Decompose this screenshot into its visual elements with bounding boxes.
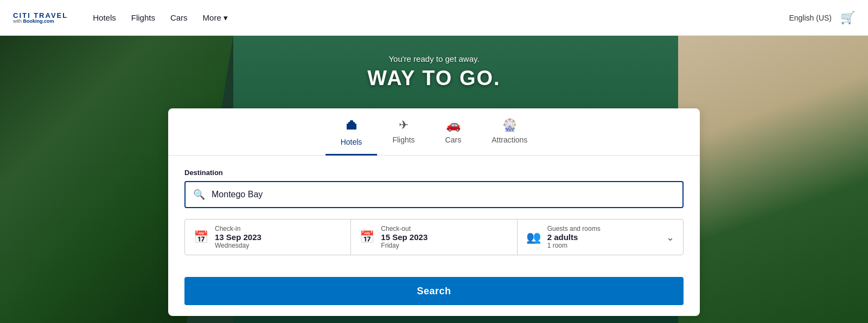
destination-label: Destination bbox=[184, 169, 684, 177]
hero-text: You're ready to get away. WAY TO GO. bbox=[0, 54, 868, 90]
search-tabs: Hotels ✈ Flights 🚗 Cars 🎡 Attractions bbox=[168, 108, 700, 156]
checkin-date: 13 Sep 2023 bbox=[215, 232, 261, 242]
svg-rect-3 bbox=[350, 126, 353, 130]
nav-links: Hotels Flights Cars More ▾ bbox=[85, 9, 235, 27]
logo: CITI TRAVEL with Booking.com bbox=[13, 12, 68, 24]
tab-hotels[interactable]: Hotels bbox=[326, 108, 378, 156]
destination-input-wrap: 🔍 bbox=[184, 181, 684, 208]
flight-icon: ✈ bbox=[399, 118, 409, 132]
language-selector[interactable]: English (US) bbox=[789, 14, 832, 22]
checkin-field[interactable]: 📅 Check-in 13 Sep 2023 Wednesday bbox=[185, 219, 351, 255]
checkin-label: Check-in bbox=[215, 225, 261, 232]
nav-flights[interactable]: Flights bbox=[124, 9, 163, 27]
tab-flights-label: Flights bbox=[392, 135, 414, 144]
attractions-icon: 🎡 bbox=[502, 118, 517, 132]
hotel-icon bbox=[345, 118, 358, 134]
checkout-text: Check-out 15 Sep 2023 Friday bbox=[381, 225, 427, 249]
checkout-date: 15 Sep 2023 bbox=[381, 232, 427, 242]
guests-expand-icon: ⌄ bbox=[666, 231, 674, 243]
guests-label: Guests and rooms bbox=[547, 225, 601, 232]
checkout-field[interactable]: 📅 Check-out 15 Sep 2023 Friday bbox=[351, 219, 517, 255]
guests-text: Guests and rooms 2 adults 1 room bbox=[547, 225, 601, 249]
destination-row: Destination 🔍 bbox=[184, 169, 684, 208]
logo-sub: with Booking.com bbox=[13, 19, 68, 24]
date-rooms-row: 📅 Check-in 13 Sep 2023 Wednesday 📅 Check… bbox=[184, 219, 684, 255]
destination-input[interactable] bbox=[212, 190, 675, 199]
checkin-calendar-icon: 📅 bbox=[194, 230, 208, 244]
checkout-day: Friday bbox=[381, 242, 427, 249]
tab-attractions[interactable]: 🎡 Attractions bbox=[476, 108, 542, 156]
cart-icon[interactable]: 🛒 bbox=[840, 11, 855, 25]
tab-attractions-label: Attractions bbox=[492, 135, 527, 144]
hero-title: WAY TO GO. bbox=[0, 67, 868, 90]
tab-flights[interactable]: ✈ Flights bbox=[377, 108, 430, 156]
tab-cars-label: Cars bbox=[445, 135, 462, 144]
guests-rooms-field[interactable]: 👥 Guests and rooms 2 adults 1 room ⌄ bbox=[518, 219, 683, 255]
nav-hotels[interactable]: Hotels bbox=[85, 9, 124, 27]
chevron-down-icon: ▾ bbox=[224, 13, 228, 23]
search-card: Hotels ✈ Flights 🚗 Cars 🎡 Attractions De… bbox=[168, 108, 700, 316]
guests-value: 2 adults bbox=[547, 232, 601, 242]
navbar: CITI TRAVEL with Booking.com Hotels Flig… bbox=[0, 0, 868, 36]
checkout-calendar-icon: 📅 bbox=[360, 230, 374, 244]
checkout-label: Check-out bbox=[381, 225, 427, 232]
tab-cars[interactable]: 🚗 Cars bbox=[430, 108, 477, 156]
rooms-value: 1 room bbox=[547, 242, 601, 249]
search-form: Destination 🔍 📅 Check-in 13 Sep 2023 Wed… bbox=[168, 156, 700, 266]
checkin-day: Wednesday bbox=[215, 242, 261, 249]
svg-rect-2 bbox=[350, 120, 353, 122]
nav-more-label: More bbox=[203, 13, 221, 22]
hero-subtitle: You're ready to get away. bbox=[0, 54, 868, 63]
nav-right: English (US) 🛒 bbox=[789, 11, 855, 25]
destination-search-icon: 🔍 bbox=[193, 189, 205, 201]
car-icon: 🚗 bbox=[446, 118, 461, 132]
search-button-wrap: Search bbox=[168, 277, 700, 305]
guests-icon: 👥 bbox=[526, 230, 541, 244]
checkin-text: Check-in 13 Sep 2023 Wednesday bbox=[215, 225, 261, 249]
tab-hotels-label: Hotels bbox=[341, 138, 362, 146]
nav-cars[interactable]: Cars bbox=[163, 9, 195, 27]
nav-more[interactable]: More ▾ bbox=[195, 9, 235, 27]
search-button[interactable]: Search bbox=[184, 277, 684, 305]
